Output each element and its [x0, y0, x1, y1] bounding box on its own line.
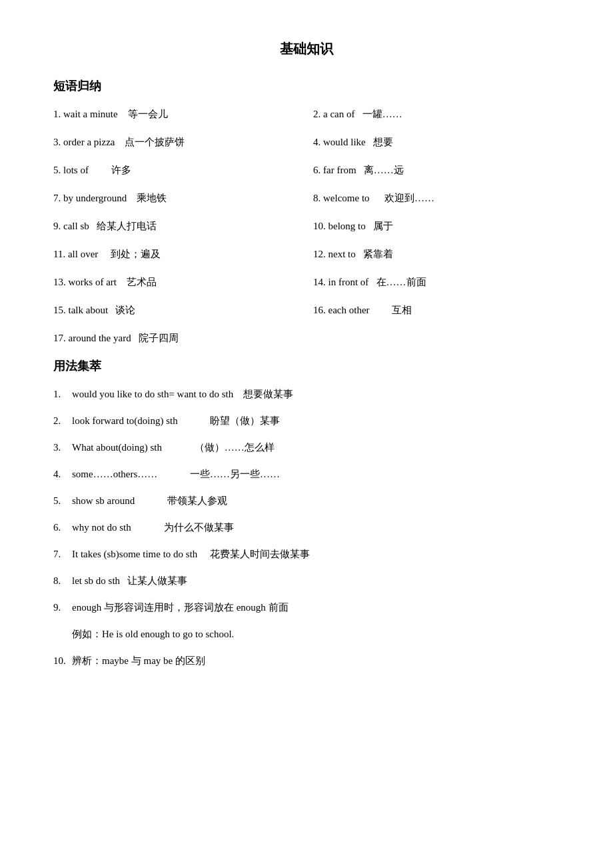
- usage-item-5: 5. show sb around 带领某人参观: [53, 493, 560, 509]
- phrase-16-cn: 互相: [392, 305, 412, 315]
- phrase-item-11: 11. all over 到处；遍及: [53, 246, 300, 262]
- phrase-2-en: 2. a can of: [313, 109, 354, 119]
- phrase-2-cn: 一罐……: [362, 109, 402, 119]
- usage-content-7: It takes (sb)some time to do sth 花费某人时间去…: [72, 546, 560, 562]
- phrase-3-en: 3. order a pizza: [53, 137, 115, 147]
- phrase-6-cn: 离……远: [364, 165, 404, 175]
- phrase-12-cn: 紧靠着: [363, 249, 393, 259]
- usage-content-3: What about(doing) sth （做）……怎么样: [72, 439, 560, 455]
- usage-en-8: let sb do sth: [72, 575, 120, 586]
- usage-en-10: 辨析：maybe 与 may be 的区别: [72, 655, 205, 666]
- phrase-11-cn: 到处；遍及: [111, 249, 161, 259]
- usage-item-10: 10. 辨析：maybe 与 may be 的区别: [53, 653, 560, 669]
- phrase-5-en: 5. lots of: [53, 165, 89, 175]
- usage-item-2: 2. look forward to(doing) sth 盼望（做）某事: [53, 413, 560, 429]
- section2-title: 用法集萃: [53, 358, 560, 374]
- phrase-item-12: 12. next to 紧靠着: [313, 246, 560, 262]
- phrase-item-15: 15. talk about 谈论: [53, 302, 300, 318]
- phrase-6-en: 6. far from: [313, 165, 356, 175]
- usage-cn-5: 带领某人参观: [167, 495, 227, 506]
- phrase-item-10: 10. belong to 属于: [313, 218, 560, 234]
- phrase-item-13: 13. works of art 艺术品: [53, 274, 300, 290]
- usage-cn-7: 花费某人时间去做某事: [210, 549, 310, 559]
- usage-en-1: would you like to do sth= want to do sth: [72, 389, 233, 399]
- usage-item-1: 1. would you like to do sth= want to do …: [53, 386, 560, 402]
- usage-section: 1. would you like to do sth= want to do …: [53, 386, 560, 669]
- phrase-item-7: 7. by underground 乘地铁: [53, 190, 300, 206]
- phrase-item-4: 4. would like 想要: [313, 134, 560, 150]
- usage-num-8: 8.: [53, 573, 72, 589]
- phrase-17-en: 17. around the yard: [53, 333, 131, 343]
- usage-en-6: why not do sth: [72, 522, 131, 533]
- usage-item-7: 7. It takes (sb)some time to do sth 花费某人…: [53, 546, 560, 562]
- phrase-17-cn: 院子四周: [139, 333, 179, 343]
- usage-content-1: would you like to do sth= want to do sth…: [72, 386, 560, 402]
- usage-cn-3: （做）……怎么样: [195, 442, 275, 453]
- usage-num-10: 10.: [53, 653, 72, 669]
- usage-cn-6: 为什么不做某事: [164, 522, 234, 533]
- usage-num-6: 6.: [53, 519, 72, 535]
- usage-item-6: 6. why not do sth 为什么不做某事: [53, 519, 560, 535]
- phrase-13-cn: 艺术品: [127, 277, 157, 287]
- usage-content-5: show sb around 带领某人参观: [72, 493, 560, 509]
- usage-num-3: 3.: [53, 439, 72, 455]
- phrase-4-en: 4. would like: [313, 137, 366, 147]
- phrase-5-cn: 许多: [111, 165, 131, 175]
- page-title: 基础知识: [53, 40, 560, 58]
- phrase-13-en: 13. works of art: [53, 277, 117, 287]
- phrase-15-en: 15. talk about: [53, 305, 108, 315]
- phrase-8-cn: 欢迎到……: [384, 193, 434, 203]
- usage-cn-1: 想要做某事: [243, 389, 293, 399]
- usage-content-8: let sb do sth 让某人做某事: [72, 573, 560, 589]
- usage-item-4: 4. some……others…… 一些……另一些……: [53, 466, 560, 482]
- usage-item-3: 3. What about(doing) sth （做）……怎么样: [53, 439, 560, 455]
- phrase-item-8: 8. welcome to 欢迎到……: [313, 190, 560, 206]
- usage-num-5: 5.: [53, 493, 72, 509]
- phrase-14-en: 14. in front of: [313, 277, 368, 287]
- phrase-11-en: 11. all over: [53, 249, 98, 259]
- phrase-10-en: 10. belong to: [313, 221, 366, 231]
- usage-cn-8: 让某人做某事: [127, 575, 187, 586]
- usage-num-7: 7.: [53, 546, 72, 562]
- usage-num-1: 1.: [53, 386, 72, 402]
- phrase-12-en: 12. next to: [313, 249, 356, 259]
- phrase-1-en: 1. wait a minute: [53, 109, 118, 119]
- phrase-item-14: 14. in front of 在……前面: [313, 274, 560, 290]
- phrase-item-17: 17. around the yard 院子四周: [53, 330, 560, 346]
- phrase-grid: 1. wait a minute 等一会儿 2. a can of 一罐…… 3…: [53, 106, 560, 318]
- phrase-3-cn: 点一个披萨饼: [125, 137, 185, 147]
- phrase-item-3: 3. order a pizza 点一个披萨饼: [53, 134, 300, 150]
- phrase-16-en: 16. each other: [313, 305, 370, 315]
- usage-num-4: 4.: [53, 466, 72, 482]
- phrase-item-16: 16. each other 互相: [313, 302, 560, 318]
- usage-en-5: show sb around: [72, 495, 135, 506]
- usage-example: 例如：He is old enough to go to school.: [72, 626, 560, 642]
- phrase-item-6: 6. far from 离……远: [313, 162, 560, 178]
- usage-item-8: 8. let sb do sth 让某人做某事: [53, 573, 560, 589]
- usage-content-2: look forward to(doing) sth 盼望（做）某事: [72, 413, 560, 429]
- usage-en-7: It takes (sb)some time to do sth: [72, 549, 197, 559]
- phrase-9-cn: 给某人打电话: [97, 221, 157, 231]
- usage-cn-4: 一些……另一些……: [190, 469, 280, 479]
- phrase-9-en: 9. call sb: [53, 221, 89, 231]
- phrase-10-cn: 属于: [373, 221, 393, 231]
- usage-en-2: look forward to(doing) sth: [72, 415, 178, 426]
- phrase-14-cn: 在……前面: [376, 277, 426, 287]
- phrase-item-5: 5. lots of 许多: [53, 162, 300, 178]
- usage-content-10: 辨析：maybe 与 may be 的区别: [72, 653, 560, 669]
- phrase-4-cn: 想要: [373, 137, 393, 147]
- usage-en-4: some……others……: [72, 469, 157, 479]
- usage-cn-2: 盼望（做）某事: [210, 415, 280, 426]
- phrase-7-cn: 乘地铁: [137, 193, 167, 203]
- usage-item-9: 9. enough 与形容词连用时，形容词放在 enough 前面: [53, 599, 560, 615]
- phrase-item-2: 2. a can of 一罐……: [313, 106, 560, 122]
- usage-num-2: 2.: [53, 413, 72, 429]
- phrase-1-cn: 等一会儿: [128, 109, 168, 119]
- usage-content-4: some……others…… 一些……另一些……: [72, 466, 560, 482]
- phrase-item-1: 1. wait a minute 等一会儿: [53, 106, 300, 122]
- usage-en-9: enough 与形容词连用时，形容词放在 enough 前面: [72, 602, 289, 613]
- usage-content-6: why not do sth 为什么不做某事: [72, 519, 560, 535]
- phrase-8-en: 8. welcome to: [313, 193, 370, 203]
- phrase-15-cn: 谈论: [115, 305, 135, 315]
- phrase-item-9: 9. call sb 给某人打电话: [53, 218, 300, 234]
